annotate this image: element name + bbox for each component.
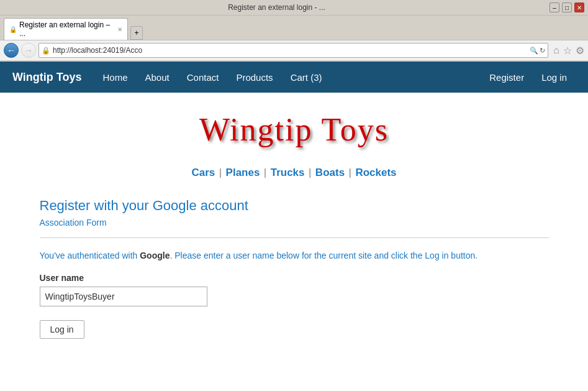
cat-sep-4: | (349, 167, 351, 178)
cat-rockets[interactable]: Rockets (355, 167, 396, 178)
nav-products[interactable]: Products (227, 63, 281, 91)
tab-label: Register an external login – ... (19, 21, 112, 38)
form-subtitle: Association Form (40, 218, 549, 228)
brand-link[interactable]: Wingtip Toys (12, 71, 82, 84)
username-input[interactable] (40, 287, 207, 306)
browser-toolbar: ← → 🔒 http://localhost:24019/Acco 🔍 ↻ ⌂ … (0, 40, 588, 61)
back-button[interactable]: ← (4, 43, 19, 58)
nav-about[interactable]: About (137, 63, 178, 91)
address-actions: 🔍 ↻ (530, 47, 545, 55)
info-text-after: . Please enter a user name below for the… (170, 251, 477, 260)
nav-cart[interactable]: Cart (3) (282, 63, 331, 91)
info-provider: Google (140, 251, 170, 260)
category-nav: Cars | Planes | Trucks | Boats | Rockets (0, 160, 588, 191)
close-button[interactable]: ✕ (574, 2, 584, 12)
cat-cars[interactable]: Cars (191, 167, 215, 178)
nav-register[interactable]: Register (481, 63, 533, 91)
page-footer: © 2013 - Wingtip Toys (0, 389, 588, 391)
cat-planes[interactable]: Planes (226, 167, 260, 178)
address-search-button[interactable]: 🔍 (530, 47, 538, 55)
settings-icon[interactable]: ⚙ (576, 45, 584, 57)
forward-button[interactable]: → (21, 43, 36, 58)
nav-home[interactable]: Home (94, 63, 137, 91)
info-text: You've authenticated with Google. Please… (40, 251, 549, 260)
browser-chrome: Register an external login - ... – □ ✕ 🔒… (0, 0, 588, 62)
tab-icon: 🔒 (9, 26, 17, 33)
tab-title: Register an external login - ... (228, 3, 325, 12)
cat-boats[interactable]: Boats (315, 167, 345, 178)
cat-trucks[interactable]: Trucks (271, 167, 305, 178)
main-nav: Wingtip Toys Home About Contact Products… (0, 62, 588, 93)
main-content: Register with your Google account Associ… (15, 191, 574, 364)
maximize-button[interactable]: □ (562, 2, 572, 12)
page-title: Register with your Google account (40, 198, 549, 214)
home-icon[interactable]: ⌂ (553, 45, 559, 56)
title-bar: Register an external login - ... – □ ✕ (0, 0, 588, 16)
nav-links: Home About Contact Products Cart (3) (94, 63, 481, 91)
address-text: http://localhost:24019/Acco (53, 46, 527, 55)
cat-sep-2: | (264, 167, 266, 178)
nav-contact[interactable]: Contact (178, 63, 228, 91)
minimize-button[interactable]: – (550, 2, 559, 12)
cat-sep-1: | (219, 167, 222, 178)
toolbar-icons: ⌂ ☆ ⚙ (553, 45, 584, 57)
cat-sep-3: | (309, 167, 311, 178)
nav-login[interactable]: Log in (533, 63, 576, 91)
info-text-before: You've authenticated with (40, 251, 140, 260)
nav-right: Register Log in (481, 63, 576, 91)
site-title: Wingtip Toys (12, 111, 576, 148)
browser-tab[interactable]: 🔒 Register an external login – ... ✕ (4, 18, 128, 40)
page-header: Wingtip Toys (0, 93, 588, 160)
username-label: User name (40, 273, 549, 283)
tab-bar: 🔒 Register an external login – ... ✕ + (0, 16, 588, 40)
address-bar[interactable]: 🔒 http://localhost:24019/Acco 🔍 ↻ (38, 43, 548, 58)
address-lock-icon: 🔒 (42, 47, 50, 55)
favorites-icon[interactable]: ☆ (563, 45, 572, 57)
divider (40, 237, 549, 238)
new-tab-button[interactable]: + (130, 26, 143, 40)
username-group: User name (40, 273, 549, 306)
address-refresh-button[interactable]: ↻ (540, 47, 545, 55)
login-button[interactable]: Log in (40, 320, 84, 339)
tab-close-icon[interactable]: ✕ (117, 26, 122, 33)
